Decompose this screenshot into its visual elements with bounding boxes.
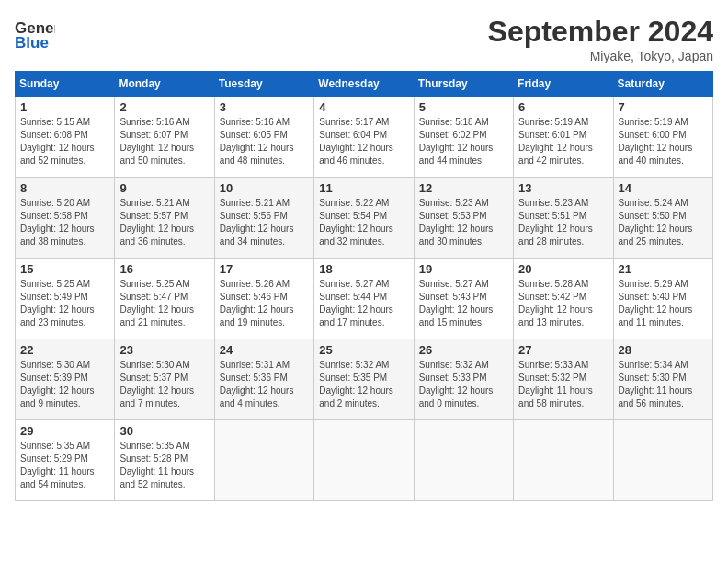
day-info: Sunrise: 5:28 AMSunset: 5:42 PMDaylight:… (518, 279, 593, 327)
day-info: Sunrise: 5:19 AMSunset: 6:01 PMDaylight:… (518, 117, 593, 166)
day-info: Sunrise: 5:22 AMSunset: 5:54 PMDaylight:… (319, 198, 393, 247)
day-info: Sunrise: 5:29 AMSunset: 5:40 PMDaylight:… (619, 279, 693, 327)
day-number: 13 (518, 181, 608, 195)
day-info: Sunrise: 5:25 AMSunset: 5:47 PMDaylight:… (119, 279, 194, 327)
calendar-day-cell: 30 Sunrise: 5:35 AMSunset: 5:28 PMDaylig… (115, 420, 214, 501)
location-title: Miyake, Tokyo, Japan (488, 49, 713, 63)
day-info: Sunrise: 5:30 AMSunset: 5:37 PMDaylight:… (119, 360, 194, 408)
calendar-day-cell (314, 420, 414, 501)
day-number: 9 (119, 181, 209, 195)
day-info: Sunrise: 5:16 AMSunset: 6:07 PMDaylight:… (119, 117, 194, 166)
calendar-day-cell: 17 Sunrise: 5:26 AMSunset: 5:46 PMDaylig… (214, 259, 313, 339)
calendar-day-cell: 6 Sunrise: 5:19 AMSunset: 6:01 PMDayligh… (514, 97, 613, 178)
day-of-week-header: Friday (514, 72, 613, 97)
day-number: 1 (20, 100, 109, 114)
day-number: 21 (619, 262, 708, 276)
day-number: 19 (419, 262, 508, 276)
day-number: 17 (220, 262, 309, 276)
day-of-week-header: Tuesday (214, 72, 313, 97)
day-info: Sunrise: 5:25 AMSunset: 5:49 PMDaylight:… (20, 279, 95, 327)
day-number: 11 (319, 181, 408, 195)
day-number: 3 (220, 100, 309, 114)
calendar-day-cell: 13 Sunrise: 5:23 AMSunset: 5:51 PMDaylig… (514, 178, 613, 259)
day-info: Sunrise: 5:27 AMSunset: 5:43 PMDaylight:… (419, 279, 494, 327)
day-info: Sunrise: 5:21 AMSunset: 5:57 PMDaylight:… (119, 198, 194, 247)
calendar-day-cell: 4 Sunrise: 5:17 AMSunset: 6:04 PMDayligh… (314, 97, 414, 178)
calendar-week-row: 8 Sunrise: 5:20 AMSunset: 5:58 PMDayligh… (16, 178, 713, 259)
calendar-day-cell: 5 Sunrise: 5:18 AMSunset: 6:02 PMDayligh… (414, 97, 513, 178)
logo: General Blue (15, 15, 55, 50)
day-number: 27 (518, 343, 608, 357)
day-info: Sunrise: 5:35 AMSunset: 5:29 PMDaylight:… (20, 441, 95, 489)
calendar-day-cell: 1 Sunrise: 5:15 AMSunset: 6:08 PMDayligh… (16, 97, 115, 178)
calendar-day-cell: 21 Sunrise: 5:29 AMSunset: 5:40 PMDaylig… (613, 259, 712, 339)
calendar-day-cell: 9 Sunrise: 5:21 AMSunset: 5:57 PMDayligh… (115, 178, 214, 259)
calendar-day-cell: 27 Sunrise: 5:33 AMSunset: 5:32 PMDaylig… (514, 339, 613, 420)
calendar-day-cell (214, 420, 313, 501)
day-number: 7 (619, 100, 708, 114)
day-info: Sunrise: 5:15 AMSunset: 6:08 PMDaylight:… (20, 117, 95, 166)
day-number: 2 (119, 100, 209, 114)
calendar-week-row: 22 Sunrise: 5:30 AMSunset: 5:39 PMDaylig… (16, 339, 713, 420)
day-info: Sunrise: 5:24 AMSunset: 5:50 PMDaylight:… (619, 198, 693, 247)
day-number: 4 (319, 100, 408, 114)
calendar-day-cell: 3 Sunrise: 5:16 AMSunset: 6:05 PMDayligh… (214, 97, 313, 178)
calendar-table: SundayMondayTuesdayWednesdayThursdayFrid… (15, 71, 713, 501)
day-info: Sunrise: 5:26 AMSunset: 5:46 PMDaylight:… (220, 279, 294, 327)
calendar-day-cell: 14 Sunrise: 5:24 AMSunset: 5:50 PMDaylig… (613, 178, 712, 259)
day-info: Sunrise: 5:19 AMSunset: 6:00 PMDaylight:… (619, 117, 693, 166)
calendar-week-row: 29 Sunrise: 5:35 AMSunset: 5:29 PMDaylig… (16, 420, 713, 501)
calendar-week-row: 1 Sunrise: 5:15 AMSunset: 6:08 PMDayligh… (16, 97, 713, 178)
day-number: 30 (119, 424, 209, 438)
logo-icon: General Blue (15, 15, 55, 50)
day-of-week-header: Thursday (414, 72, 513, 97)
day-info: Sunrise: 5:32 AMSunset: 5:35 PMDaylight:… (319, 360, 393, 408)
calendar-day-cell: 23 Sunrise: 5:30 AMSunset: 5:37 PMDaylig… (115, 339, 214, 420)
calendar-week-row: 15 Sunrise: 5:25 AMSunset: 5:49 PMDaylig… (16, 259, 713, 339)
day-of-week-header: Sunday (16, 72, 115, 97)
day-info: Sunrise: 5:17 AMSunset: 6:04 PMDaylight:… (319, 117, 393, 166)
day-number: 20 (518, 262, 608, 276)
day-number: 14 (619, 181, 708, 195)
month-title: September 2024 (488, 15, 713, 49)
day-of-week-header: Saturday (613, 72, 712, 97)
day-number: 22 (20, 343, 109, 357)
calendar-header-row: SundayMondayTuesdayWednesdayThursdayFrid… (16, 72, 713, 97)
day-info: Sunrise: 5:33 AMSunset: 5:32 PMDaylight:… (518, 360, 593, 408)
day-info: Sunrise: 5:16 AMSunset: 6:05 PMDaylight:… (220, 117, 294, 166)
day-number: 28 (619, 343, 708, 357)
day-number: 18 (319, 262, 408, 276)
calendar-day-cell: 12 Sunrise: 5:23 AMSunset: 5:53 PMDaylig… (414, 178, 513, 259)
calendar-day-cell: 29 Sunrise: 5:35 AMSunset: 5:29 PMDaylig… (16, 420, 115, 501)
day-info: Sunrise: 5:35 AMSunset: 5:28 PMDaylight:… (119, 441, 194, 489)
day-number: 15 (20, 262, 109, 276)
calendar-day-cell (414, 420, 513, 501)
calendar-day-cell: 8 Sunrise: 5:20 AMSunset: 5:58 PMDayligh… (16, 178, 115, 259)
day-number: 16 (119, 262, 209, 276)
day-of-week-header: Wednesday (314, 72, 414, 97)
calendar-day-cell: 22 Sunrise: 5:30 AMSunset: 5:39 PMDaylig… (16, 339, 115, 420)
day-number: 25 (319, 343, 408, 357)
calendar-day-cell: 7 Sunrise: 5:19 AMSunset: 6:00 PMDayligh… (613, 97, 712, 178)
day-info: Sunrise: 5:21 AMSunset: 5:56 PMDaylight:… (220, 198, 294, 247)
day-number: 8 (20, 181, 109, 195)
day-number: 26 (419, 343, 508, 357)
day-of-week-header: Monday (115, 72, 214, 97)
day-number: 10 (220, 181, 309, 195)
calendar-day-cell: 26 Sunrise: 5:32 AMSunset: 5:33 PMDaylig… (414, 339, 513, 420)
title-area: September 2024 Miyake, Tokyo, Japan (488, 15, 713, 63)
calendar-day-cell: 11 Sunrise: 5:22 AMSunset: 5:54 PMDaylig… (314, 178, 414, 259)
svg-text:Blue: Blue (15, 34, 49, 50)
day-number: 24 (220, 343, 309, 357)
calendar-day-cell: 19 Sunrise: 5:27 AMSunset: 5:43 PMDaylig… (414, 259, 513, 339)
day-info: Sunrise: 5:27 AMSunset: 5:44 PMDaylight:… (319, 279, 393, 327)
calendar-day-cell: 18 Sunrise: 5:27 AMSunset: 5:44 PMDaylig… (314, 259, 414, 339)
day-number: 23 (119, 343, 209, 357)
header: General Blue September 2024 Miyake, Toky… (15, 15, 713, 63)
calendar-day-cell: 2 Sunrise: 5:16 AMSunset: 6:07 PMDayligh… (115, 97, 214, 178)
day-number: 5 (419, 100, 508, 114)
calendar-day-cell: 15 Sunrise: 5:25 AMSunset: 5:49 PMDaylig… (16, 259, 115, 339)
day-number: 12 (419, 181, 508, 195)
calendar-day-cell: 28 Sunrise: 5:34 AMSunset: 5:30 PMDaylig… (613, 339, 712, 420)
day-info: Sunrise: 5:30 AMSunset: 5:39 PMDaylight:… (20, 360, 95, 408)
